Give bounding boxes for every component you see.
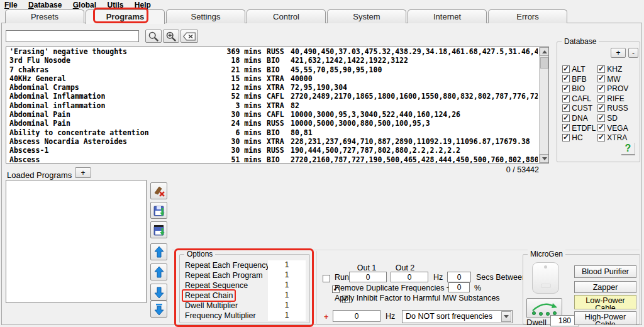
tab-control[interactable]: Control [247, 9, 326, 23]
option-label: Dwell Multiplier [185, 301, 238, 311]
program-mins: 6 mins [214, 128, 262, 137]
remove-database-button[interactable]: - [628, 48, 638, 58]
clear-search-button[interactable] [180, 30, 198, 43]
option-value[interactable]: 1 [268, 291, 306, 301]
loaded-programs-label: Loaded Programs [7, 170, 72, 180]
tab-system[interactable]: System [327, 9, 406, 23]
tab-presets[interactable]: Presets [5, 9, 84, 23]
scrollbar-down-button[interactable] [540, 154, 549, 163]
program-row[interactable]: Abscess Nocardia Asteroides30 minsXTRA22… [6, 137, 548, 146]
program-list[interactable]: 'Erasing' negative thoughts369 minsRUSS4… [6, 47, 549, 164]
db-checkbox-mw[interactable] [597, 75, 605, 82]
db-checkbox-alt[interactable] [562, 65, 570, 73]
db-checkbox-prov[interactable] [597, 85, 605, 92]
program-name: Abscess-1 [9, 146, 211, 155]
db-checkbox-russ[interactable] [597, 104, 605, 112]
database-help-button[interactable]: ? [621, 143, 635, 155]
db-label: PROV [607, 84, 628, 93]
move-down-button[interactable] [150, 284, 167, 301]
out2-frequency-input[interactable] [391, 272, 428, 282]
db-checkbox-hc[interactable] [562, 134, 570, 141]
db-checkbox-rife[interactable] [597, 95, 605, 103]
program-row[interactable]: 40KHz General15 minsXTRA40000 [6, 74, 548, 83]
program-row[interactable]: 7 chakras21 minsBIO45,55,70,85,90,95,100 [6, 65, 548, 74]
db-checkbox-cafl[interactable] [562, 95, 570, 103]
program-frequencies: 10000,5000,3000,880,500,100,95,3 [291, 119, 538, 128]
db-checkbox-sd[interactable] [597, 114, 605, 122]
options-title: Options [184, 250, 215, 258]
program-row[interactable]: Abdominal Inflammation52 minsCAFL2720,24… [6, 92, 548, 101]
program-frequencies: 2720,2160,787,727,190,500,465,428,444,45… [291, 155, 538, 164]
blood-purifier-button[interactable]: Blood Purifier [574, 265, 636, 278]
program-list-scrollbar[interactable] [539, 47, 548, 163]
program-row[interactable]: 3rd Flu Nosode18 minsBIO421,632,1242,142… [6, 56, 548, 65]
tab-settings[interactable]: Settings [166, 9, 245, 23]
device-label [541, 284, 551, 288]
program-row[interactable]: 'Erasing' negative thoughts369 minsRUSS4… [6, 47, 548, 56]
search-button[interactable] [145, 30, 162, 43]
add-database-button[interactable]: + [611, 48, 626, 58]
low-power-cable-button[interactable]: Low-Power Cable [574, 295, 636, 309]
program-mins: 30 mins [214, 110, 262, 119]
program-mins: 51 mins [214, 155, 262, 164]
option-value[interactable]: 1 [268, 311, 306, 321]
run-checkbox[interactable] [323, 275, 330, 282]
duplicates-percent-input[interactable] [448, 282, 470, 292]
move-bottom-button[interactable] [150, 301, 167, 318]
db-checkbox-xtra[interactable] [597, 134, 605, 141]
loaded-programs-list[interactable] [6, 180, 147, 303]
program-db-type: BIO [267, 56, 292, 65]
chevron-down-icon [504, 315, 509, 318]
program-row[interactable]: Abscess51 minsBIO2720,2160,787,727,190,5… [6, 155, 548, 164]
search-input[interactable] [6, 30, 139, 42]
scrollbar-thumb[interactable] [540, 57, 548, 69]
program-name: 3rd Flu Nosode [9, 56, 211, 65]
db-label: DNA [572, 114, 587, 123]
save-programs-button[interactable] [150, 202, 167, 219]
secs-between-label: Secs Between Fre [476, 273, 523, 282]
scrollbar-up-button[interactable] [540, 47, 549, 56]
program-name: Abdominal Pain [9, 119, 211, 128]
move-up-button[interactable] [150, 263, 167, 280]
program-row[interactable]: Abdominal Pain24 minsRUSS10000,5000,3000… [6, 119, 548, 128]
tab-errors[interactable]: Errors [488, 9, 567, 23]
db-label: VEGA [607, 123, 628, 132]
db-checkbox-etdfl[interactable] [562, 124, 570, 131]
out1-frequency-input[interactable] [349, 272, 387, 282]
option-value[interactable]: 1 [268, 270, 306, 280]
program-row[interactable]: Abdominal inflammation3 minsXTRA82 [6, 101, 548, 110]
arrow-down-icon [153, 286, 165, 299]
results-counter: 0 / 53442 [411, 165, 539, 174]
program-mins: 15 mins [214, 74, 262, 83]
program-db-type: RUSS [267, 146, 292, 155]
program-row[interactable]: Abdominal Cramps12 minsXTRA72,95,190,304 [6, 83, 548, 92]
zapper-button[interactable]: Zapper [574, 281, 636, 293]
db-checkbox-bio[interactable] [562, 85, 570, 92]
add-loaded-program-button[interactable]: + [75, 167, 91, 178]
tab-programs[interactable]: Programs [86, 9, 165, 24]
secs-between-input[interactable] [447, 272, 471, 282]
move-top-button[interactable] [150, 243, 167, 260]
program-row[interactable]: Ability to concentrate attention6 minsBI… [6, 128, 548, 137]
tab-internet[interactable]: Internet [408, 9, 487, 23]
program-frequencies: 190,444,500,727,787,802,880,2.2,2.2,2.2 [291, 146, 538, 155]
frequency-input[interactable] [333, 310, 380, 322]
program-row[interactable]: Abdominal Pain30 minsCAFL10000,3000,95,3… [6, 110, 548, 119]
out2-label: Out 2 [391, 263, 419, 272]
save-chain-button[interactable] [150, 221, 167, 238]
high-power-cable-button[interactable]: High-Power Cable [574, 311, 636, 325]
db-checkbox-khz[interactable] [597, 65, 605, 73]
sort-frequencies-dropdown[interactable]: Do NOT sort frequencies [402, 310, 513, 323]
search-zoom-button[interactable] [163, 30, 179, 43]
option-value[interactable]: 1 [268, 301, 306, 311]
db-checkbox-dna[interactable] [562, 114, 570, 122]
option-value[interactable]: 1 [268, 260, 306, 270]
options-group: Options Repeat Each Frequency Repeat Eac… [179, 254, 310, 323]
option-value[interactable]: 1 [268, 280, 306, 291]
db-checkbox-bfb[interactable] [562, 75, 570, 82]
program-row[interactable]: Abscess-130 minsRUSS190,444,500,727,787,… [6, 146, 548, 155]
db-checkbox-cust[interactable] [562, 104, 570, 112]
remove-program-button[interactable] [150, 182, 167, 199]
db-checkbox-vega[interactable] [597, 124, 605, 131]
dropdown-button[interactable] [501, 311, 511, 322]
